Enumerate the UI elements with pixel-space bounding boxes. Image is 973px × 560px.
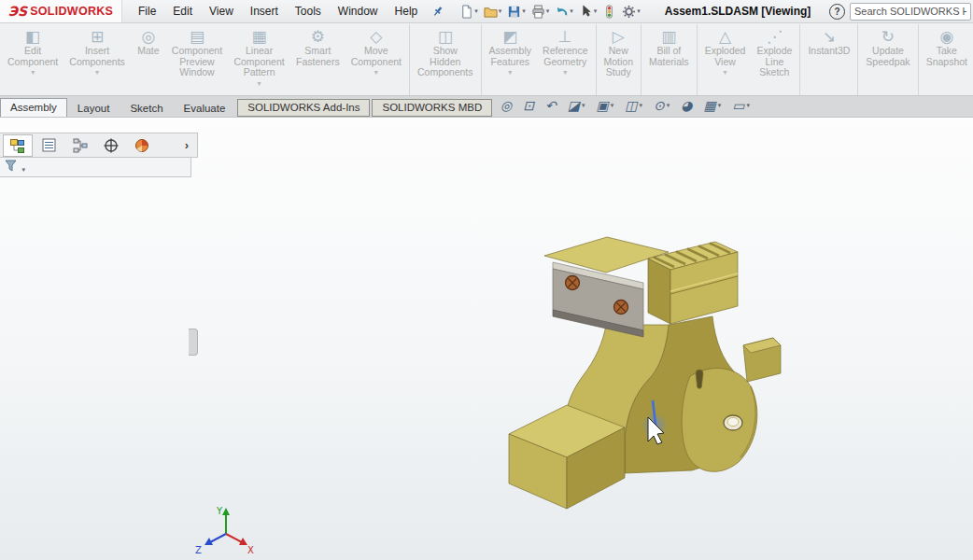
graphics-viewport[interactable]: › — [0, 118, 973, 560]
ribbon-button-label: Assembly Features — [489, 46, 532, 67]
select-button[interactable] — [579, 2, 598, 21]
expand-panel-button[interactable]: › — [179, 138, 194, 152]
assembly-features-icon: ◩ — [502, 27, 517, 46]
vise-rear-bracket[interactable] — [743, 338, 781, 382]
save-button[interactable] — [507, 2, 526, 21]
menu-view[interactable]: View — [201, 2, 242, 21]
ribbon-button-label: Linear Component Pattern — [233, 46, 285, 78]
addin-tabs: SOLIDWORKS Add-InsSOLIDWORKS MBD — [235, 96, 492, 117]
quick-access-toolbar — [459, 2, 641, 21]
ribbon-button-label: Show Hidden Components — [417, 46, 473, 78]
ribbon-button-new-motion-study[interactable]: ▷ New Motion Study — [599, 24, 640, 95]
displaymanager-tab[interactable] — [128, 135, 156, 156]
tab-layout[interactable]: Layout — [67, 100, 120, 117]
menu-insert[interactable]: Insert — [242, 2, 287, 21]
triad-y-label: Y — [216, 506, 223, 516]
ribbon-button-label: Reference Geometry — [543, 46, 587, 67]
tab-assembly[interactable]: Assembly — [0, 98, 67, 117]
ribbon-button-bill-of-materials[interactable]: ▥ Bill of Materials — [643, 24, 695, 95]
zoom-to-fit-button[interactable]: ◎ — [501, 98, 512, 113]
heads-up-toolbar: ◎ ⊡ ↶ ◪ ▣ ◫ — [501, 98, 750, 113]
help-icon[interactable]: ? — [829, 4, 845, 20]
graphics-area[interactable]: Y X Z — [0, 118, 973, 560]
section-view-icon: ◪ — [568, 98, 580, 113]
ribbon-button-show-hidden-components[interactable]: ◫ Show Hidden Components — [412, 24, 479, 95]
undo-button[interactable] — [555, 2, 573, 21]
take-snapshot-icon: ◉ — [939, 27, 953, 46]
update-speedpak-icon: ↻ — [881, 27, 895, 46]
menu-help[interactable]: Help — [387, 2, 427, 21]
panel-splitter-handle[interactable] — [189, 329, 198, 356]
ribbon-button-move-component[interactable]: ◇ Move Component — [345, 24, 407, 95]
ribbon-button-take-snapshot[interactable]: ◉ Take Snapshot — [921, 24, 973, 95]
view-orientation-button[interactable]: ▣ — [596, 98, 613, 113]
hide-show-items-button[interactable]: ⊙ — [654, 98, 670, 113]
solidworks-window: ЭS SOLIDWORKS FileEditViewInsertToolsWin… — [0, 0, 973, 560]
ribbon-button-assembly-features[interactable]: ◩ Assembly Features — [484, 24, 538, 95]
ribbon-button-edit-component[interactable]: ◧ Edit Component — [2, 24, 63, 95]
ribbon-button-reference-geometry[interactable]: ⊥ Reference Geometry — [537, 24, 593, 95]
ribbon-button-label: New Motion Study — [604, 46, 634, 78]
menu-window[interactable]: Window — [330, 2, 387, 21]
menu-file[interactable]: File — [130, 2, 164, 21]
explode-line-sketch-icon: ⋰ — [767, 27, 783, 46]
ds-logo-mark: ЭS — [8, 4, 27, 19]
dimxpertmanager-tab[interactable] — [97, 135, 125, 156]
new-motion-study-icon: ▷ — [613, 27, 625, 46]
ribbon-button-exploded-view[interactable]: △ Exploded View — [699, 24, 752, 95]
tree-filter-row — [0, 158, 191, 177]
triad-x-label: X — [247, 545, 254, 555]
ribbon-button-label: Edit Component — [7, 46, 58, 67]
options-button[interactable] — [622, 2, 641, 21]
ribbon-button-linear-component-pattern[interactable]: ▦ Linear Component Pattern — [228, 24, 290, 95]
new-document-button[interactable] — [459, 2, 478, 21]
menu-tools[interactable]: Tools — [287, 2, 330, 21]
section-view-button[interactable]: ◪ — [568, 98, 585, 113]
pin-menu-icon[interactable] — [431, 5, 444, 18]
ribbon-button-label: Component Preview Window — [172, 46, 222, 78]
ribbon-button-explode-line-sketch[interactable]: ⋰ Explode Line Sketch — [751, 24, 797, 95]
ribbon-button-label: Exploded View — [705, 46, 746, 67]
edit-appearance-button[interactable]: ◕ — [681, 98, 692, 113]
tab-solidworks-mbd[interactable]: SOLIDWORKS MBD — [372, 99, 492, 117]
view-settings-button[interactable]: ▭ — [732, 98, 750, 113]
ribbon: ◧ Edit Component ⊞ Insert Components ◎ M… — [0, 23, 973, 96]
vise-base[interactable] — [509, 405, 625, 509]
dropdown-caret-icon — [31, 67, 35, 76]
featuremanager-design-tree-tab[interactable] — [3, 134, 33, 157]
titlebar: ЭS SOLIDWORKS FileEditViewInsertToolsWin… — [0, 0, 973, 23]
configurationmanager-tab[interactable] — [66, 135, 94, 156]
command-tabs: AssemblyLayoutSketchEvaluate — [0, 96, 235, 117]
dropdown-caret-icon — [508, 67, 512, 76]
bench-vise-model[interactable] — [509, 237, 781, 509]
tab-sketch[interactable]: Sketch — [120, 100, 173, 117]
ribbon-button-label: Take Snapshot — [926, 46, 967, 67]
search-input[interactable] — [850, 3, 971, 21]
show-hidden-components-icon: ◫ — [438, 27, 453, 46]
previous-view-button[interactable]: ↶ — [545, 98, 557, 113]
ribbon-button-component-preview-window[interactable]: ▤ Component Preview Window — [166, 24, 228, 95]
filter-dropdown-button[interactable] — [5, 159, 25, 175]
apply-scene-button[interactable]: ▦ — [703, 98, 721, 113]
view-orientation-icon: ▣ — [596, 98, 608, 113]
display-style-button[interactable]: ◫ — [625, 98, 642, 113]
tab-solidworks-add-ins[interactable]: SOLIDWORKS Add-Ins — [237, 99, 370, 117]
mounting-flange[interactable] — [682, 368, 757, 471]
menu-edit[interactable]: Edit — [164, 2, 201, 21]
propertymanager-tab[interactable] — [35, 135, 63, 156]
zoom-to-area-button[interactable]: ⊡ — [523, 98, 534, 113]
search-area: ? — [829, 3, 973, 21]
ribbon-button-mate[interactable]: ◎ Mate — [131, 24, 166, 95]
rebuild-button[interactable] — [602, 2, 616, 21]
ribbon-button-smart-fasteners[interactable]: ⚙ Smart Fasteners — [290, 24, 345, 95]
ribbon-button-update-speedpak[interactable]: ↻ Update Speedpak — [860, 24, 915, 95]
tab-evaluate[interactable]: Evaluate — [174, 100, 236, 117]
ribbon-button-label: Smart Fasteners — [296, 46, 340, 67]
ribbon-button-insert-components[interactable]: ⊞ Insert Components — [63, 24, 131, 95]
open-button[interactable] — [484, 2, 502, 21]
component-preview-window-icon: ▤ — [190, 27, 204, 46]
insert-components-icon: ⊞ — [91, 27, 104, 46]
exploded-view-icon: △ — [719, 27, 731, 46]
ribbon-button-instant3d[interactable]: ↘ Instant3D — [802, 24, 855, 95]
print-button[interactable] — [531, 2, 550, 21]
